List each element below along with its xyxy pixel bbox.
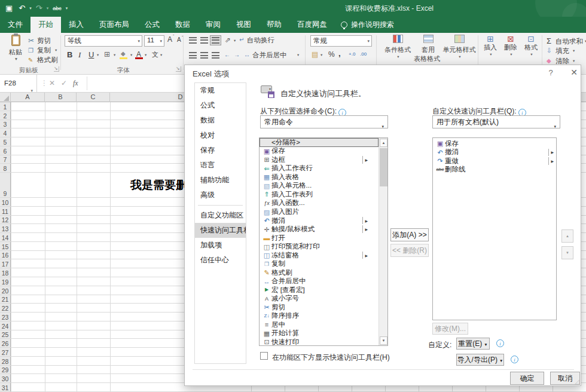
row-header-22[interactable]: 22 bbox=[0, 304, 11, 312]
list-item-insert-sheet-columns[interactable]: ⇑插入工作表列 bbox=[260, 190, 379, 199]
copy-icon[interactable]: ❐ bbox=[28, 47, 33, 55]
bold-button[interactable]: B bbox=[67, 50, 72, 59]
autosum-icon[interactable]: Σ bbox=[547, 36, 551, 45]
list-item-open[interactable]: ▬打开 bbox=[260, 234, 379, 243]
borders-icon[interactable]: ⊞ bbox=[104, 50, 110, 59]
row-header-14[interactable]: 14 bbox=[0, 233, 11, 241]
scroll-down-icon[interactable]: ▼ bbox=[380, 336, 387, 345]
row-header-7[interactable]: 7 bbox=[0, 155, 11, 164]
row-header-12[interactable]: 12 bbox=[0, 216, 11, 224]
grow-font-button[interactable]: A bbox=[167, 35, 172, 44]
insert-cells-button[interactable]: ⊞ 插入 ▾ bbox=[481, 35, 500, 57]
accounting-format-icon[interactable]: ▤ bbox=[312, 50, 318, 59]
increase-decimal-button[interactable]: +.0 bbox=[349, 51, 355, 57]
italic-button[interactable]: I bbox=[78, 50, 81, 60]
strikethrough-icon[interactable]: abc bbox=[51, 0, 63, 17]
list-item-insert-picture[interactable]: ▨插入图片 bbox=[260, 207, 379, 216]
merge-center-icon[interactable]: ↔ bbox=[244, 51, 250, 59]
insert-function-icon[interactable]: fx bbox=[73, 75, 78, 92]
clear-icon[interactable]: ◆ bbox=[547, 57, 551, 65]
ok-button[interactable]: 确定 bbox=[510, 372, 544, 385]
underline-button[interactable]: U bbox=[88, 50, 94, 59]
autosum-label[interactable]: 自动求和 bbox=[556, 37, 583, 46]
add-button[interactable]: 添加(A) >> bbox=[390, 228, 429, 241]
list-item-sort-descending[interactable]: Z↓降序排序 bbox=[260, 312, 379, 321]
scrollbar-thumb[interactable] bbox=[380, 148, 387, 186]
dialog-nav-item-customize-ribbon[interactable]: 自定义功能区 bbox=[195, 208, 246, 223]
customize-qat-select[interactable]: 用于所有文档(默认)▾ bbox=[432, 115, 560, 128]
cut-icon[interactable]: ✂ bbox=[28, 36, 34, 45]
list-item-quick-print[interactable]: ⊡快速打印 bbox=[260, 338, 379, 345]
dialog-nav-item-advanced[interactable]: 高级 bbox=[195, 188, 246, 203]
dialog-launcher-icon[interactable]: ↘ bbox=[54, 66, 59, 72]
wrap-text-icon[interactable]: ↵ bbox=[239, 36, 244, 44]
row-header-16[interactable]: 16 bbox=[0, 251, 11, 259]
format-cells-button[interactable]: ⊡ 格式 ▾ bbox=[521, 35, 541, 57]
row-header-10[interactable]: 10 bbox=[0, 198, 11, 206]
tab-help[interactable]: 帮助 bbox=[259, 17, 289, 33]
list-item-strikethrough[interactable]: abc删除线 bbox=[433, 166, 556, 174]
align-top-icon[interactable] bbox=[189, 37, 197, 44]
cut-label[interactable]: 剪切 bbox=[37, 36, 51, 45]
list-item-center[interactable]: ≡居中 bbox=[260, 320, 379, 329]
fill-label[interactable]: 填充 bbox=[556, 47, 569, 56]
row-header-23[interactable]: 23 bbox=[0, 313, 11, 321]
wrap-text-label[interactable]: 自动换行 bbox=[247, 36, 274, 45]
row-header-9[interactable]: 9 bbox=[0, 173, 11, 197]
chevron-down-icon[interactable]: ▾ bbox=[29, 6, 32, 11]
fill-icon[interactable]: ⇩ bbox=[547, 47, 551, 55]
undo-icon[interactable]: ↶ bbox=[17, 0, 27, 17]
row-header-8[interactable]: 8 bbox=[0, 164, 11, 172]
import-export-button[interactable]: 导入/导出(P)▼ bbox=[456, 354, 504, 366]
dialog-nav-item-accessibility[interactable]: 辅助功能 bbox=[195, 173, 246, 188]
row-header-27[interactable]: 27 bbox=[0, 348, 11, 356]
row-header-18[interactable]: 18 bbox=[0, 268, 11, 277]
font-name-select[interactable]: 等线▾ bbox=[65, 35, 142, 47]
dialog-nav-item-formulas[interactable]: 公式 bbox=[195, 98, 246, 113]
row-header-13[interactable]: 13 bbox=[0, 224, 11, 232]
row-header-25[interactable]: 25 bbox=[0, 330, 11, 339]
save-icon[interactable]: ▣ bbox=[4, 0, 14, 17]
name-box[interactable]: F28 ▾ bbox=[0, 75, 37, 92]
conditional-formatting-button[interactable]: 条件格式 ▾ bbox=[383, 35, 413, 59]
list-item-save[interactable]: ▣保存 bbox=[433, 139, 556, 148]
dialog-nav-item-language[interactable]: 语言 bbox=[195, 158, 246, 173]
list-item-redo[interactable]: ↷重做▶ bbox=[433, 157, 556, 166]
choose-commands-select[interactable]: 常用命令▾ bbox=[260, 115, 388, 128]
tab-review[interactable]: 审阅 bbox=[198, 17, 228, 33]
dialog-launcher-icon[interactable]: ↘ bbox=[176, 66, 181, 72]
row-header-28[interactable]: 28 bbox=[0, 357, 11, 365]
phonetic-guide-icon[interactable]: 文 bbox=[152, 50, 158, 59]
tab-formulas[interactable]: 公式 bbox=[137, 17, 167, 33]
comma-style-button[interactable]: , bbox=[338, 49, 341, 58]
chevron-down-icon[interactable]: ▾ bbox=[30, 82, 33, 99]
list-item-merge-and-center[interactable]: ↔合并后居中 bbox=[260, 277, 379, 286]
row-header-29[interactable]: 29 bbox=[0, 366, 11, 374]
show-qat-below-ribbon-checkbox[interactable] bbox=[260, 352, 268, 360]
column-header-C[interactable]: C bbox=[77, 93, 110, 102]
dialog-nav-item-proofing[interactable]: 校对 bbox=[195, 128, 246, 143]
tab-baidu-netdisk[interactable]: 百度网盘 bbox=[289, 17, 335, 33]
align-left-icon[interactable] bbox=[189, 52, 197, 59]
command-list[interactable]: <分隔符>▣保存⊞边框▶⇐插入工作表行▦插入表格▧插入单元格...⇑插入工作表列… bbox=[259, 137, 388, 346]
list-item-undo[interactable]: ↶撤消▶ bbox=[260, 216, 379, 225]
row-header-26[interactable]: 26 bbox=[0, 339, 11, 347]
tab-insert[interactable]: 插入 bbox=[61, 17, 91, 33]
row-header-21[interactable]: 21 bbox=[0, 295, 11, 304]
dialog-nav-item-general[interactable]: 常规 bbox=[195, 83, 246, 98]
number-format-select[interactable]: 常规▾ bbox=[310, 35, 372, 47]
tab-page-layout[interactable]: 页面布局 bbox=[91, 17, 137, 33]
dialog-nav-item-add-ins[interactable]: 加载项 bbox=[195, 238, 246, 253]
format-painter-label[interactable]: 格式刷 bbox=[37, 56, 58, 65]
paste-button[interactable]: 粘贴 ▼ bbox=[5, 35, 26, 61]
delete-cells-button[interactable]: ⊠ 删除 ▾ bbox=[501, 35, 520, 57]
row-header-19[interactable]: 19 bbox=[0, 277, 11, 286]
dialog-nav-item-trust-center[interactable]: 信任中心 bbox=[195, 253, 246, 268]
list-item-insert-sheet-rows[interactable]: ⇐插入工作表行 bbox=[260, 164, 379, 173]
select-all-corner[interactable] bbox=[0, 93, 11, 102]
list-item-separator[interactable]: <分隔符> bbox=[260, 138, 379, 147]
fill-color-icon[interactable]: ◆ bbox=[121, 50, 126, 58]
list-item-insert-table[interactable]: ▦插入表格 bbox=[260, 173, 379, 182]
row-header-3[interactable]: 3 bbox=[0, 120, 11, 128]
scroll-up-icon[interactable]: ▲ bbox=[380, 139, 387, 147]
